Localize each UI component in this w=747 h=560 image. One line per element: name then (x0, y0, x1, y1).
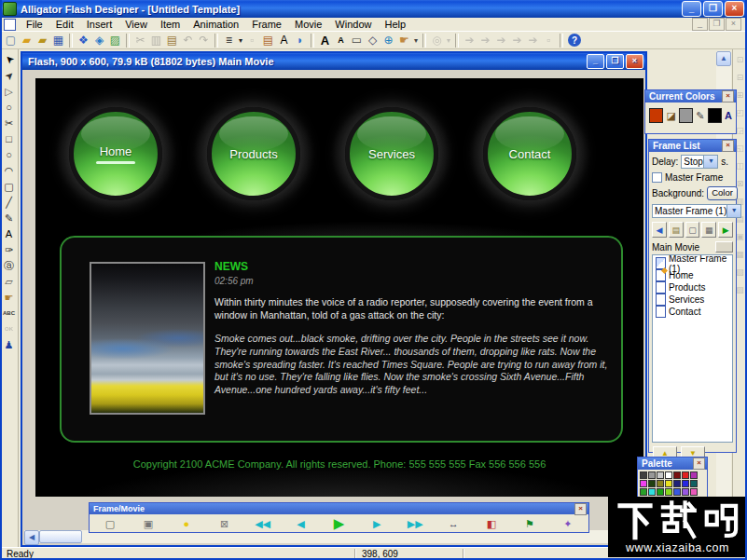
cut-icon[interactable]: ✂ (132, 33, 148, 48)
palette-swatch[interactable] (640, 488, 647, 496)
subselect-tool[interactable]: ➤ (0, 65, 20, 87)
palette-swatch[interactable] (657, 471, 664, 479)
maximize-button[interactable]: ❐ (703, 1, 723, 17)
nav-button[interactable]: Contact (483, 107, 576, 200)
menu-item[interactable]: Insert (80, 18, 119, 31)
ok-button-tool[interactable]: OK (2, 321, 17, 336)
tree-item[interactable]: Products (653, 281, 732, 294)
rotate-icon[interactable]: ◎ (429, 33, 445, 48)
doc-close-button[interactable]: × (626, 54, 643, 69)
palette-swatch[interactable] (665, 471, 672, 479)
news-box[interactable]: NEWS 02:56 pm Within thirty minutes the … (60, 236, 623, 443)
delete-frame-icon[interactable]: ▦ (701, 222, 716, 238)
menu-item[interactable]: Edit (49, 18, 80, 31)
tree-item[interactable]: Contact (653, 306, 732, 318)
export-frame-icon[interactable]: ⚑ (519, 516, 541, 532)
palette-swatch[interactable] (682, 471, 689, 479)
paste-icon[interactable]: ▤ (164, 33, 180, 48)
toolbar-title-bar[interactable]: Frame/Movie × (90, 503, 588, 514)
minimize-button[interactable]: _ (682, 1, 701, 17)
menu-item[interactable]: File (20, 18, 49, 31)
palette-swatch[interactable] (673, 488, 681, 496)
panel-title-bar[interactable]: Palette × (638, 458, 707, 470)
palette-swatch[interactable] (648, 471, 656, 479)
play-icon[interactable]: ▶ (327, 516, 350, 532)
rotate-caret-icon[interactable]: ▾ (445, 33, 452, 48)
separator[interactable] (311, 34, 314, 48)
play-frame-icon[interactable]: ▶ (366, 516, 388, 532)
timer-icon[interactable]: ● (175, 516, 198, 532)
globe-icon[interactable]: ⊕ (380, 33, 396, 48)
hand-icon[interactable]: ☛ (396, 33, 412, 48)
lock-icon[interactable]: ▫ (541, 33, 557, 48)
chevron-down-icon[interactable]: ▼ (703, 156, 717, 168)
last-frame-icon[interactable]: ▶▶ (404, 516, 426, 532)
frame-tree-icon[interactable]: ▣ (137, 516, 159, 532)
textfield-tool[interactable]: ⓐ (2, 258, 17, 273)
palette-swatch[interactable] (640, 471, 647, 479)
scissors-tool[interactable]: ✂ (2, 116, 17, 130)
play-frame-icon[interactable]: ▶ (718, 222, 733, 238)
line-style-icon[interactable]: ≡ (221, 33, 237, 48)
preview-icon[interactable]: ◈ (91, 33, 107, 48)
chevron-down-icon[interactable]: ▼ (726, 205, 740, 217)
separator[interactable] (126, 34, 130, 48)
wizard-icon[interactable]: ✦ (557, 516, 579, 532)
palette-swatch[interactable] (690, 480, 698, 487)
fill-color-icon[interactable]: ◧ (480, 516, 503, 532)
abc-tool[interactable]: ABC (2, 306, 17, 321)
close-icon[interactable]: × (722, 90, 734, 102)
font-decrease-icon[interactable]: A (333, 33, 349, 48)
mdi-restore-button[interactable]: ❐ (709, 18, 725, 31)
shape-tool-icon[interactable]: ◇ (365, 33, 380, 48)
close-button[interactable]: × (725, 1, 744, 17)
palette-swatch[interactable] (648, 480, 656, 487)
palette-swatch[interactable] (690, 471, 698, 479)
line-color-swatch[interactable] (679, 108, 693, 123)
scroll-up-icon[interactable]: ▲ (716, 51, 731, 66)
palette-swatch[interactable] (673, 471, 681, 479)
delay-select[interactable]: Stop ▼ (681, 155, 718, 169)
panel-title-bar[interactable]: Frame List × (649, 140, 736, 152)
curve-tool[interactable]: ◠ (2, 163, 17, 178)
scroll-left-icon[interactable]: ◀ (24, 530, 39, 545)
close-icon[interactable]: × (574, 503, 587, 515)
goto-frame-icon[interactable]: ⊠ (214, 516, 236, 532)
menu-item[interactable]: Window (328, 18, 378, 31)
pencil-tool[interactable]: ✎ (2, 211, 17, 225)
fill-color-swatch[interactable] (649, 108, 663, 123)
doc-minimize-button[interactable]: _ (587, 54, 604, 69)
copy-icon[interactable]: ▥ (148, 33, 164, 48)
separator[interactable] (560, 34, 563, 48)
frame-select[interactable]: Master Frame (1) ▼ (652, 204, 741, 218)
menu-item[interactable]: Movie (288, 18, 328, 31)
text-tool[interactable]: A (2, 226, 17, 241)
nav-button[interactable]: Services (345, 107, 438, 200)
tree-item[interactable]: Services (653, 294, 732, 306)
bring-forward-icon[interactable]: ➔ (462, 33, 477, 48)
group-icon[interactable]: ➔ (509, 33, 525, 48)
publish-icon[interactable]: ❖ (76, 33, 91, 48)
help-icon[interactable]: ? (568, 34, 581, 47)
image-icon[interactable]: ▨ (107, 33, 123, 48)
eyedropper-tool[interactable]: ✑ (2, 242, 17, 257)
palette-swatch[interactable] (665, 488, 672, 496)
insert-frame-icon[interactable]: ▢ (99, 516, 121, 532)
text-icon[interactable]: A (276, 33, 292, 48)
palette-swatch[interactable] (665, 480, 672, 487)
nav-button[interactable]: Products (207, 107, 300, 200)
first-frame-icon[interactable]: ◀◀ (252, 516, 274, 532)
callout-icon[interactable]: ◗ (292, 33, 308, 48)
align-left-icon[interactable]: ⊡ (734, 53, 746, 65)
import-icon[interactable]: ▰ (35, 33, 50, 48)
background-color-button[interactable]: Color (707, 186, 738, 200)
palette-swatch[interactable] (657, 488, 664, 496)
separator[interactable] (422, 34, 426, 48)
close-icon[interactable]: × (693, 458, 705, 470)
scrollbar-thumb[interactable] (39, 530, 82, 543)
menu-item[interactable]: Help (378, 18, 412, 31)
mdi-close-button[interactable]: × (726, 18, 741, 31)
collapse-button[interactable] (715, 241, 733, 253)
previous-frame-icon[interactable]: ◀ (290, 516, 312, 532)
ungroup-icon[interactable]: ➔ (525, 33, 541, 48)
